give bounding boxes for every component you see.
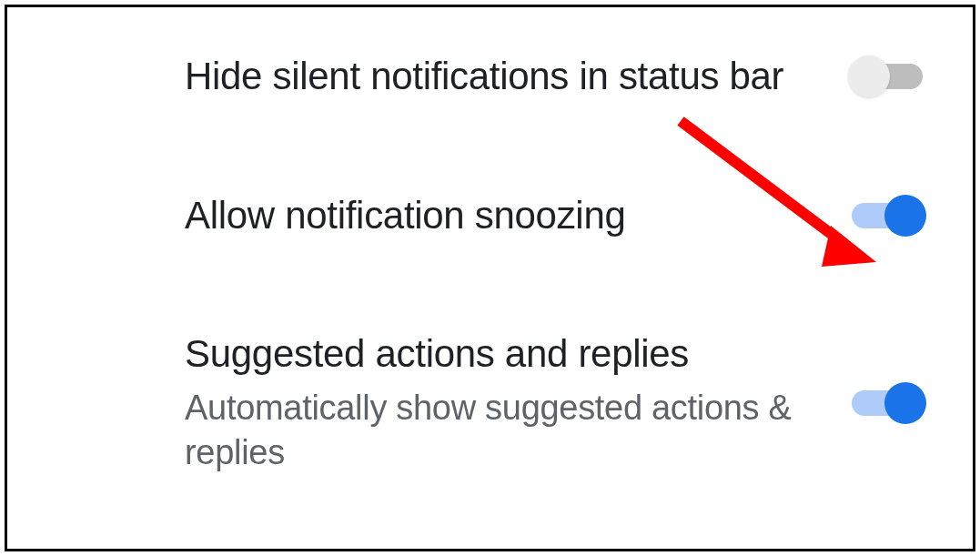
allow-snoozing-toggle[interactable] bbox=[852, 203, 923, 228]
setting-allow-snoozing[interactable]: Allow notification snoozing bbox=[185, 192, 923, 240]
settings-panel: Hide silent notifications in status bar … bbox=[5, 5, 975, 551]
setting-title: Hide silent notifications in status bar bbox=[185, 53, 797, 101]
toggle-thumb bbox=[884, 195, 926, 237]
setting-hide-silent[interactable]: Hide silent notifications in status bar bbox=[185, 53, 923, 101]
suggested-actions-toggle[interactable] bbox=[852, 390, 923, 416]
toggle-thumb bbox=[884, 382, 926, 424]
toggle-thumb bbox=[848, 56, 890, 97]
setting-subtitle: Automatically show suggested actions & r… bbox=[185, 386, 797, 476]
setting-title: Suggested actions and replies bbox=[185, 330, 797, 379]
setting-text-block: Hide silent notifications in status bar bbox=[185, 53, 852, 101]
hide-silent-toggle[interactable] bbox=[852, 64, 923, 89]
setting-suggested-actions[interactable]: Suggested actions and replies Automatica… bbox=[185, 330, 923, 475]
setting-text-block: Allow notification snoozing bbox=[185, 192, 852, 240]
setting-text-block: Suggested actions and replies Automatica… bbox=[185, 330, 852, 475]
setting-title: Allow notification snoozing bbox=[185, 192, 797, 240]
